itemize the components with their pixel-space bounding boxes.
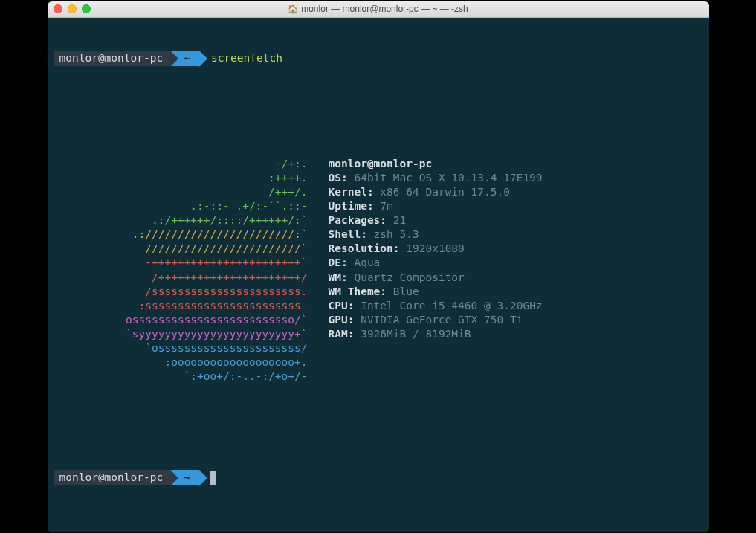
screenfetch-output: -/+:.:++++./+++/..:-::- .+/:-``.::-.:/++… <box>54 157 703 384</box>
logo-line: :ssssssssssssssssssssssss- <box>55 299 308 313</box>
terminal-window: 🏠 monlor — monlor@monlor-pc — ~ — -zsh m… <box>48 1 709 532</box>
cursor <box>210 471 216 485</box>
logo-line: .:/++++++/::::/++++++/:` <box>55 213 308 227</box>
logo-line: -/+:. <box>55 157 308 171</box>
logo-line: .:///////////////////////:` <box>55 227 308 242</box>
command-text: screenfetch <box>211 51 282 65</box>
logo-line: `:+oo+/:-..-:/+o+/- <box>55 369 308 384</box>
info-row: Resolution: 1920x1080 <box>329 242 703 256</box>
info-row: Packages: 21 <box>329 213 703 227</box>
info-row: Shell: zsh 5.3 <box>329 227 703 242</box>
info-row: OS: 64bit Mac OS X 10.13.4 17E199 <box>329 171 703 185</box>
info-row: WM: Quartz Compositor <box>329 271 703 285</box>
prompt-line-1: monlor@monlor-pc ~ screenfetch <box>54 51 703 66</box>
system-info: monlor@monlor-pcOS: 64bit Mac OS X 10.13… <box>329 157 703 384</box>
info-row: GPU: NVIDIA GeForce GTX 750 Ti <box>329 313 703 327</box>
titlebar: 🏠 monlor — monlor@monlor-pc — ~ — -zsh <box>48 1 709 18</box>
prompt-host: monlor@monlor-pc <box>54 51 171 66</box>
ascii-logo: -/+:.:++++./+++/..:-::- .+/:-``.::-.:/++… <box>55 157 308 384</box>
terminal-body[interactable]: monlor@monlor-pc ~ screenfetch -/+:.:+++… <box>48 18 709 532</box>
logo-line: osssssssssssssssssssssssso/` <box>55 313 308 327</box>
title-text: monlor — monlor@monlor-pc — ~ — -zsh <box>301 4 468 14</box>
info-row: DE: Aqua <box>329 256 703 270</box>
info-host: monlor@monlor-pc <box>329 157 703 171</box>
logo-line: /+++/. <box>55 185 308 199</box>
info-row: CPU: Intel Core i5-4460 @ 3.20GHz <box>329 299 703 313</box>
window-title: 🏠 monlor — monlor@monlor-pc — ~ — -zsh <box>48 4 709 14</box>
logo-line: ////////////////////////` <box>55 242 308 256</box>
prompt-line-2: monlor@monlor-pc ~ <box>54 470 703 485</box>
info-row: Kernel: x86_64 Darwin 17.5.0 <box>329 185 703 199</box>
logo-line: `ossssssssssssssssssssss/ <box>55 341 308 355</box>
info-row: Uptime: 7m <box>329 199 703 213</box>
logo-line: `syyyyyyyyyyyyyyyyyyyyyyyy+` <box>55 327 308 341</box>
logo-line: /++++++++++++++++++++++/ <box>55 271 308 285</box>
prompt-host: monlor@monlor-pc <box>54 470 171 485</box>
info-row: RAM: 3926MiB / 8192MiB <box>329 327 703 341</box>
logo-line: :ooooooooooooooooooo+. <box>55 355 308 369</box>
info-row: WM Theme: Blue <box>329 285 703 299</box>
logo-line: /sssssssssssssssssssssss. <box>55 285 308 299</box>
logo-line: .:-::- .+/:-``.::- <box>55 199 308 213</box>
logo-line: -+++++++++++++++++++++++` <box>55 256 308 270</box>
logo-line: :++++. <box>55 171 308 185</box>
home-icon: 🏠 <box>288 4 298 14</box>
